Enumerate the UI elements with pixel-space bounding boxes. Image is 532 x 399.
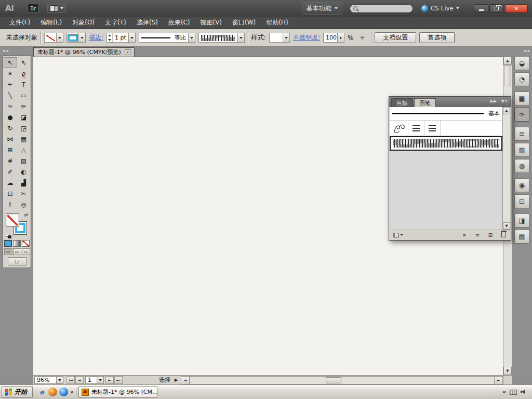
fill-swatch[interactable] xyxy=(6,214,19,227)
swap-fill-stroke-icon[interactable]: ⇄ xyxy=(24,212,28,218)
illustrator-task-button[interactable]: Ai 未标题-1* @ 96% (CM... xyxy=(78,387,157,398)
dropdown-button[interactable] xyxy=(128,33,135,42)
last-artboard-button[interactable]: ►| xyxy=(114,376,123,384)
default-fill-stroke-icon[interactable] xyxy=(6,234,12,238)
artboards-panel-icon[interactable]: ⊡ xyxy=(514,194,529,208)
brush-libraries-menu-icon[interactable] xyxy=(393,233,403,237)
opacity-combo[interactable]: 100 xyxy=(323,33,344,43)
color-guide-panel-icon[interactable]: ◔ xyxy=(514,72,529,86)
rectangle-tool[interactable]: ▭ xyxy=(17,90,31,101)
stroke-weight-combo[interactable]: 1 pt xyxy=(107,33,136,43)
dropdown-button[interactable] xyxy=(78,33,85,42)
tab-swatches[interactable]: 色板 xyxy=(391,98,413,107)
swatches-panel-icon[interactable]: ▦ xyxy=(514,91,529,105)
selection-tool[interactable]: ↖ xyxy=(4,57,17,68)
stroke-panel-icon[interactable]: ≡ xyxy=(514,127,529,141)
brush-definition-dropdown[interactable] xyxy=(198,33,245,43)
hand-tool[interactable]: ✌ xyxy=(4,199,17,210)
blend-tool[interactable]: ◐ xyxy=(17,166,31,177)
recolor-artwork-icon[interactable]: ✳ xyxy=(356,33,368,43)
cs-live-button[interactable]: CS Live xyxy=(421,5,459,12)
stroke-weight-stepper[interactable] xyxy=(107,33,113,42)
workspace-switcher[interactable]: 基本功能 xyxy=(302,2,342,15)
scroll-down-icon[interactable]: ▼ xyxy=(503,367,512,375)
stroke-color-dropdown[interactable] xyxy=(66,33,86,43)
first-artboard-button[interactable]: |◄ xyxy=(66,376,75,384)
stroke-panel-link[interactable]: 描边: xyxy=(89,33,103,42)
search-input[interactable] xyxy=(360,5,406,11)
menu-view[interactable]: 视图(V) xyxy=(195,17,227,29)
rotate-tool[interactable]: ↻ xyxy=(4,123,17,134)
change-screen-mode-button[interactable]: ▢ xyxy=(8,257,26,265)
menu-help[interactable]: 帮助(H) xyxy=(261,17,293,29)
dash-pattern-brush-thumbnail[interactable] xyxy=(408,121,424,136)
collapse-tools-chevron-icon[interactable]: ◄◄ xyxy=(0,47,33,55)
perspective-grid-tool[interactable]: △ xyxy=(17,144,31,155)
color-button[interactable] xyxy=(4,240,12,247)
preferences-button[interactable]: 首选项 xyxy=(419,32,455,43)
gradient-button[interactable] xyxy=(13,240,21,247)
type-tool[interactable]: T xyxy=(17,79,31,90)
line-segment-tool[interactable]: ╲ xyxy=(4,90,17,101)
artboard-number-combo[interactable]: 1 xyxy=(85,376,104,384)
fill-color-dropdown[interactable] xyxy=(44,33,63,43)
basic-brush-row[interactable]: 基本 xyxy=(390,107,502,121)
slice-tool[interactable]: ✂ xyxy=(17,188,31,199)
opacity-value[interactable]: 100 xyxy=(324,34,337,41)
arrange-documents-button[interactable] xyxy=(47,4,66,13)
scroll-right-icon[interactable]: ► xyxy=(494,377,502,384)
brushes-panel-header[interactable]: 色板 画笔 ▶▶ ▼≡ xyxy=(389,97,511,107)
horizontal-scroll-thumb[interactable] xyxy=(326,377,341,383)
start-button[interactable]: 开始 xyxy=(2,386,33,398)
tab-brushes[interactable]: 画笔 xyxy=(414,98,436,107)
expand-panels-chevron-icon[interactable]: ◄◄ xyxy=(521,47,532,55)
collapse-panel-icon[interactable]: ▶▶ xyxy=(490,99,497,103)
dropdown-button[interactable] xyxy=(56,33,63,42)
scale-tool[interactable]: ◲ xyxy=(17,123,31,134)
graphic-style-dropdown[interactable] xyxy=(269,33,290,43)
document-setup-button[interactable]: 文档设置 xyxy=(375,32,416,43)
remove-brush-stroke-icon[interactable]: ✕ xyxy=(461,232,468,238)
dropdown-button[interactable] xyxy=(188,33,195,42)
none-button[interactable] xyxy=(22,240,30,247)
dropdown-button[interactable] xyxy=(283,33,289,42)
panel-menu-icon[interactable]: ▼≡ xyxy=(501,99,508,103)
vertical-scroll-thumb[interactable] xyxy=(504,65,511,86)
pen-tool[interactable]: ✒ xyxy=(4,79,17,90)
magic-wand-tool[interactable]: ✶ xyxy=(4,68,17,79)
previous-artboard-button[interactable]: ◄ xyxy=(75,376,84,384)
stepper-down-icon[interactable] xyxy=(107,38,112,43)
close-document-icon[interactable]: ✕ xyxy=(125,49,130,55)
internet-explorer-icon[interactable]: e xyxy=(37,388,46,396)
variable-width-profile-dropdown[interactable]: 等比 xyxy=(139,33,195,43)
zoom-level-combo[interactable]: 96% xyxy=(34,376,63,384)
menu-effect[interactable]: 效果(C) xyxy=(163,17,195,29)
close-button[interactable]: ✕ xyxy=(505,4,528,13)
draw-inside-button[interactable]: ▭ xyxy=(22,248,30,255)
new-brush-icon[interactable]: ⊞ xyxy=(487,232,494,238)
pencil-tool[interactable]: ✏ xyxy=(17,101,31,112)
dropdown-button[interactable] xyxy=(237,33,244,42)
gradient-panel-icon[interactable]: ▥ xyxy=(514,143,529,157)
artboard-tool[interactable]: ⊡ xyxy=(4,188,17,199)
quicklaunch-icon[interactable] xyxy=(48,388,57,396)
gradient-tool[interactable]: ▧ xyxy=(17,155,31,166)
scroll-left-icon[interactable]: ◄ xyxy=(181,377,190,384)
zoom-tool[interactable]: ◎ xyxy=(17,199,31,210)
delete-brush-icon[interactable] xyxy=(500,232,507,237)
next-artboard-button[interactable]: ► xyxy=(105,376,114,384)
menu-file[interactable]: 文件(F) xyxy=(4,17,35,29)
document-tab[interactable]: 未标题-1* @ 96% (CMYK/预览) ✕ xyxy=(33,47,135,57)
color-panel-icon[interactable]: ◒ xyxy=(514,56,529,70)
keyboard-layout-icon[interactable] xyxy=(510,390,517,395)
dropdown-button[interactable] xyxy=(56,377,63,383)
scroll-up-icon[interactable]: ▲ xyxy=(503,57,512,65)
panel-scrollbar[interactable]: ▲ ▼ xyxy=(502,107,510,230)
charcoal-brush-row-selected[interactable] xyxy=(390,136,502,151)
paintbrush-tool[interactable]: ✑ xyxy=(4,101,17,112)
launch-bridge-button[interactable]: Br xyxy=(28,4,39,13)
symbols-panel-icon[interactable]: ◉ xyxy=(514,178,529,192)
eyedropper-tool[interactable]: ✐ xyxy=(4,166,17,177)
minimize-button[interactable] xyxy=(474,4,488,13)
volume-icon[interactable] xyxy=(521,389,526,395)
